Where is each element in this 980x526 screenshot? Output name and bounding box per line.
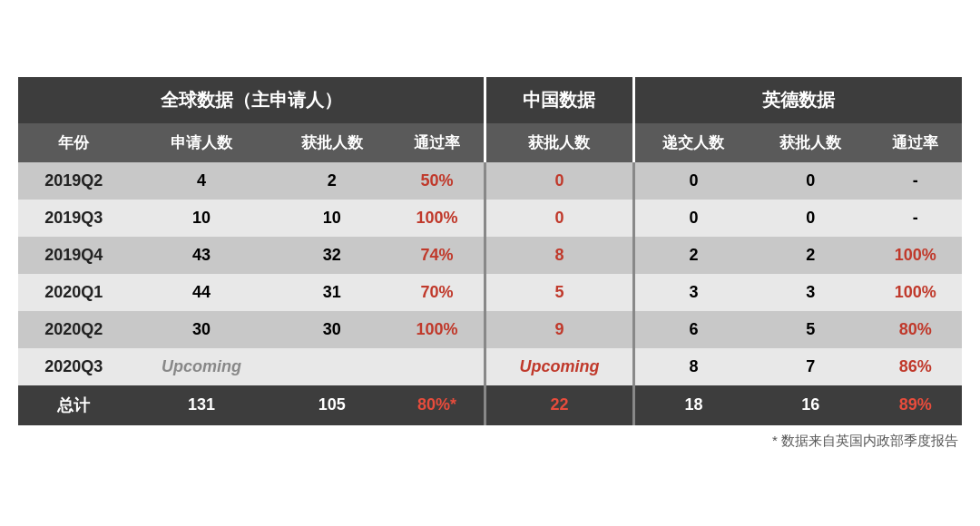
cell-applicants: Upcoming bbox=[129, 348, 273, 385]
cell-cn-approved: 5 bbox=[485, 274, 634, 311]
cell-pass-rate: 100% bbox=[390, 311, 485, 348]
table-row: 2019Q31010100%000- bbox=[18, 200, 962, 237]
header-row-groups: 全球数据（主申请人） 中国数据 英德数据 bbox=[18, 77, 962, 123]
table-body: 2019Q24250%000-2019Q31010100%000-2019Q44… bbox=[18, 162, 962, 425]
cell-yd-approved: 3 bbox=[752, 274, 868, 311]
cell-year: 2020Q1 bbox=[18, 274, 129, 311]
cell-year: 2020Q3 bbox=[18, 348, 129, 385]
cell-submitted: 0 bbox=[633, 200, 752, 237]
cell-approved: 10 bbox=[273, 200, 389, 237]
cell-cn-approved: 8 bbox=[485, 237, 634, 274]
group3-header: 英德数据 bbox=[633, 77, 962, 123]
table-row: 2020Q1443170%533100% bbox=[18, 274, 962, 311]
cell-yd-approved: 5 bbox=[752, 311, 868, 348]
cell-yd-pass-rate: - bbox=[868, 162, 962, 200]
total-row: 总计13110580%*22181689% bbox=[18, 385, 962, 425]
cell-year: 2019Q4 bbox=[18, 237, 129, 274]
total-submitted: 18 bbox=[633, 385, 752, 425]
cell-yd-approved: 0 bbox=[752, 200, 868, 237]
col-applicants-header: 申请人数 bbox=[129, 123, 273, 162]
cell-cn-approved: 0 bbox=[485, 162, 634, 200]
total-yd-approved: 16 bbox=[752, 385, 868, 425]
cell-submitted: 8 bbox=[633, 348, 752, 385]
col-passrate-header: 通过率 bbox=[390, 123, 485, 162]
cell-yd-pass-rate: - bbox=[868, 200, 962, 237]
cell-submitted: 6 bbox=[633, 311, 752, 348]
table-row: 2020Q3UpcomingUpcoming8786% bbox=[18, 348, 962, 385]
cell-yd-pass-rate: 86% bbox=[868, 348, 962, 385]
data-table: 全球数据（主申请人） 中国数据 英德数据 年份 申请人数 获批人数 通过率 获批… bbox=[18, 77, 962, 425]
cell-pass-rate: 100% bbox=[390, 200, 485, 237]
col-year-header: 年份 bbox=[18, 123, 129, 162]
col-submitted-header: 递交人数 bbox=[633, 123, 752, 162]
cell-applicants: 30 bbox=[129, 311, 273, 348]
cell-approved bbox=[273, 348, 389, 385]
table-row: 2019Q4433274%822100% bbox=[18, 237, 962, 274]
cell-year: 2019Q3 bbox=[18, 200, 129, 237]
group1-header: 全球数据（主申请人） bbox=[18, 77, 485, 123]
table-row: 2019Q24250%000- bbox=[18, 162, 962, 200]
total-approved: 105 bbox=[273, 385, 389, 425]
cell-cn-approved: Upcoming bbox=[485, 348, 634, 385]
cell-cn-approved: 0 bbox=[485, 200, 634, 237]
cell-approved: 32 bbox=[273, 237, 389, 274]
cell-approved: 30 bbox=[273, 311, 389, 348]
total-year: 总计 bbox=[18, 385, 129, 425]
total-cn-approved: 22 bbox=[485, 385, 634, 425]
col-yd-passrate-header: 通过率 bbox=[868, 123, 962, 162]
cell-pass-rate: 70% bbox=[390, 274, 485, 311]
cell-yd-approved: 7 bbox=[752, 348, 868, 385]
cell-approved: 2 bbox=[273, 162, 389, 200]
table-row: 2020Q23030100%96580% bbox=[18, 311, 962, 348]
cell-applicants: 10 bbox=[129, 200, 273, 237]
group2-header: 中国数据 bbox=[485, 77, 634, 123]
cell-applicants: 44 bbox=[129, 274, 273, 311]
cell-applicants: 4 bbox=[129, 162, 273, 200]
col-approved-header: 获批人数 bbox=[273, 123, 389, 162]
cell-cn-approved: 9 bbox=[485, 311, 634, 348]
col-cn-approved-header: 获批人数 bbox=[485, 123, 634, 162]
cell-submitted: 2 bbox=[633, 237, 752, 274]
cell-pass-rate: 74% bbox=[390, 237, 485, 274]
cell-year: 2019Q2 bbox=[18, 162, 129, 200]
cell-yd-pass-rate: 100% bbox=[868, 274, 962, 311]
total-yd-pass-rate: 89% bbox=[868, 385, 962, 425]
cell-pass-rate: 50% bbox=[390, 162, 485, 200]
cell-yd-pass-rate: 100% bbox=[868, 237, 962, 274]
cell-yd-approved: 2 bbox=[752, 237, 868, 274]
header-row-columns: 年份 申请人数 获批人数 通过率 获批人数 递交人数 获批人数 通过率 bbox=[18, 123, 962, 162]
total-pass-rate: 80%* bbox=[390, 385, 485, 425]
cell-applicants: 43 bbox=[129, 237, 273, 274]
cell-approved: 31 bbox=[273, 274, 389, 311]
cell-submitted: 0 bbox=[633, 162, 752, 200]
cell-submitted: 3 bbox=[633, 274, 752, 311]
cell-pass-rate bbox=[390, 348, 485, 385]
cell-yd-pass-rate: 80% bbox=[868, 311, 962, 348]
cell-year: 2020Q2 bbox=[18, 311, 129, 348]
cell-yd-approved: 0 bbox=[752, 162, 868, 200]
main-container: 全球数据（主申请人） 中国数据 英德数据 年份 申请人数 获批人数 通过率 获批… bbox=[18, 77, 962, 450]
col-yd-approved-header: 获批人数 bbox=[752, 123, 868, 162]
footnote: * 数据来自英国内政部季度报告 bbox=[18, 433, 962, 450]
total-applicants: 131 bbox=[129, 385, 273, 425]
